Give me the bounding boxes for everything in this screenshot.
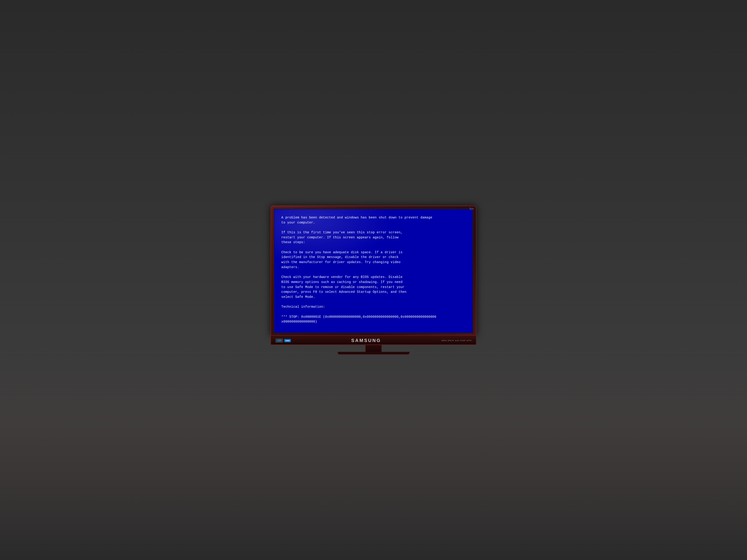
bsod-text-line: Technical information: bbox=[281, 304, 465, 310]
monitor: Syn A problem has been detected and wind… bbox=[271, 206, 476, 354]
monitor-brand: SAMSUNG bbox=[291, 338, 442, 343]
monitor-controls-right: MENU MHL/▼ ▲/SI CH/SP AUTO bbox=[441, 340, 471, 342]
bsod-text-line: If this is the first time you've seen th… bbox=[281, 230, 465, 235]
bsod-blank-line bbox=[281, 245, 465, 250]
screen: A problem has been detected and windows … bbox=[274, 209, 473, 333]
bsod-blank-line bbox=[281, 300, 465, 305]
bsod-text-line: these steps: bbox=[281, 240, 465, 245]
monitor-bottom-bezel: LED intel SAMSUNG MENU MHL/▼ ▲/SI CH/SP … bbox=[271, 336, 476, 345]
intel-badge: intel bbox=[284, 339, 291, 342]
bsod-blank-line bbox=[281, 310, 465, 315]
bsod-text-line: *** STOP: 0x0000001E (0x0000000000000000… bbox=[281, 315, 465, 320]
mhl-btn[interactable]: MHL/▼ bbox=[448, 340, 454, 342]
monitor-bezel: A problem has been detected and windows … bbox=[271, 206, 476, 336]
bsod-text-line: A problem has been detected and windows … bbox=[281, 215, 465, 220]
bsod-text-line: to your computer. bbox=[281, 220, 465, 225]
menu-btn[interactable]: MENU bbox=[441, 340, 447, 342]
bsod-text-line: restart your computer. If this screen ap… bbox=[281, 235, 465, 240]
ch-btn[interactable]: CH/SP bbox=[460, 340, 465, 342]
bsod-text-line: adapters. bbox=[281, 265, 465, 270]
bsod-text-line: x0000000000000000) bbox=[281, 319, 465, 324]
monitor-controls-left: LED intel bbox=[276, 339, 291, 343]
bsod-text-line: to use Safe Mode to remove or disable co… bbox=[281, 285, 465, 290]
bsod-blank-line bbox=[281, 225, 465, 230]
watermark: Syn bbox=[469, 207, 474, 210]
monitor-stand-neck bbox=[365, 345, 382, 352]
bsod-text-line: Check with your hardware vendor for any … bbox=[281, 275, 465, 280]
auto-btn[interactable]: AUTO bbox=[466, 340, 471, 342]
bsod-text-line: BIOS memory options such as caching or s… bbox=[281, 280, 465, 285]
monitor-stand-base bbox=[338, 352, 410, 354]
floor-area bbox=[0, 420, 747, 560]
bsod-text-line: Check to be sure you have adequate disk … bbox=[281, 250, 465, 255]
bsod-text-line: with the manufacturer for driver updates… bbox=[281, 260, 465, 265]
up-btn[interactable]: ▲/SI bbox=[455, 340, 459, 342]
bsod-blank-line bbox=[281, 324, 465, 329]
bsod-blank-line bbox=[281, 329, 465, 332]
bsod-text-line: identified in the Stop message, disable … bbox=[281, 255, 465, 260]
led-badge: LED bbox=[276, 339, 283, 343]
bsod-blank-line bbox=[281, 270, 465, 275]
bsod-content: A problem has been detected and windows … bbox=[275, 209, 472, 332]
bsod-text-line: select Safe Mode. bbox=[281, 295, 465, 300]
bsod-text-line: computer, press F8 to select Advanced St… bbox=[281, 290, 465, 295]
